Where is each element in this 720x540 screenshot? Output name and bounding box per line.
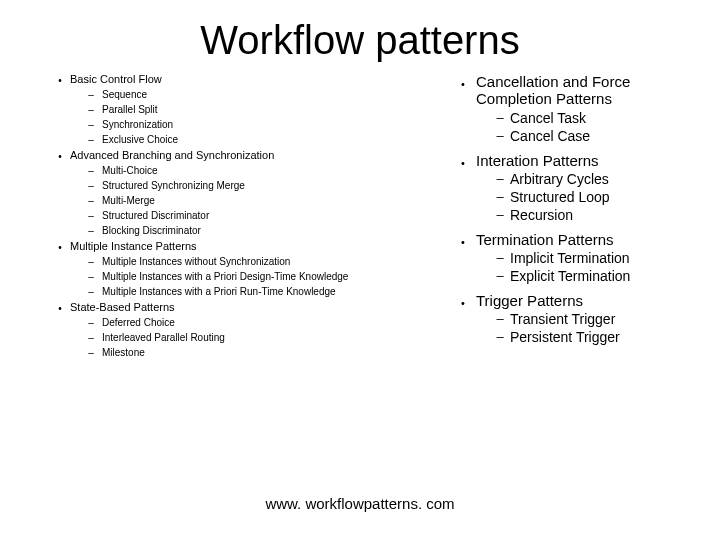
list-item: –Milestone	[50, 347, 430, 358]
dash-icon: –	[80, 134, 102, 145]
bullet-row: • Termination Patterns	[450, 231, 700, 248]
list-item: –Parallel Split	[50, 104, 430, 115]
item-label: Cancel Case	[510, 128, 590, 144]
list-item: –Multiple Instances with a Priori Run-Ti…	[50, 286, 430, 297]
dash-icon: –	[80, 165, 102, 176]
bullet-row: • Interation Patterns	[450, 152, 700, 169]
item-label: Deferred Choice	[102, 317, 175, 328]
dash-icon: –	[490, 171, 510, 186]
dash-icon: –	[80, 347, 102, 358]
item-label: Arbitrary Cycles	[510, 171, 609, 187]
item-label: Sequence	[102, 89, 147, 100]
list-item: –Cancel Case	[450, 128, 700, 144]
bullet-icon: •	[50, 73, 70, 86]
list-item: –Persistent Trigger	[450, 329, 700, 345]
list-item: –Recursion	[450, 207, 700, 223]
content-columns: • Basic Control Flow –Sequence –Parallel…	[0, 73, 720, 362]
dash-icon: –	[80, 225, 102, 236]
dash-icon: –	[80, 104, 102, 115]
item-label: Multi-Merge	[102, 195, 155, 206]
list-item: –Multi-Merge	[50, 195, 430, 206]
item-label: Recursion	[510, 207, 573, 223]
left-column: • Basic Control Flow –Sequence –Parallel…	[50, 73, 440, 362]
dash-icon: –	[490, 189, 510, 204]
item-label: Synchronization	[102, 119, 173, 130]
item-label: Explicit Termination	[510, 268, 630, 284]
section-label: Cancellation and Force Completion Patter…	[476, 73, 700, 108]
list-item: –Cancel Task	[450, 110, 700, 126]
bullet-icon: •	[450, 292, 476, 309]
list-item: –Deferred Choice	[50, 317, 430, 328]
section-label: State-Based Patterns	[70, 301, 175, 313]
dash-icon: –	[490, 110, 510, 125]
section-trigger: • Trigger Patterns –Transient Trigger –P…	[450, 292, 700, 345]
item-label: Exclusive Choice	[102, 134, 178, 145]
list-item: –Structured Synchronizing Merge	[50, 180, 430, 191]
bullet-icon: •	[50, 240, 70, 253]
section-state-based: • State-Based Patterns –Deferred Choice …	[50, 301, 430, 358]
bullet-row: • Trigger Patterns	[450, 292, 700, 309]
item-label: Multi-Choice	[102, 165, 158, 176]
list-item: –Sequence	[50, 89, 430, 100]
bullet-icon: •	[50, 301, 70, 314]
dash-icon: –	[490, 329, 510, 344]
section-cancellation: • Cancellation and Force Completion Patt…	[450, 73, 700, 144]
item-label: Transient Trigger	[510, 311, 615, 327]
dash-icon: –	[80, 180, 102, 191]
bullet-row: • Multiple Instance Patterns	[50, 240, 430, 253]
list-item: –Transient Trigger	[450, 311, 700, 327]
item-label: Multiple Instances with a Priori Run-Tim…	[102, 286, 336, 297]
dash-icon: –	[80, 210, 102, 221]
list-item: –Structured Loop	[450, 189, 700, 205]
section-basic-control-flow: • Basic Control Flow –Sequence –Parallel…	[50, 73, 430, 145]
item-label: Implicit Termination	[510, 250, 630, 266]
item-label: Multiple Instances without Synchronizati…	[102, 256, 290, 267]
footer-url: www. workflowpatterns. com	[0, 495, 720, 512]
right-column: • Cancellation and Force Completion Patt…	[440, 73, 700, 362]
list-item: –Structured Discriminator	[50, 210, 430, 221]
dash-icon: –	[80, 317, 102, 328]
dash-icon: –	[80, 271, 102, 282]
item-label: Parallel Split	[102, 104, 158, 115]
dash-icon: –	[80, 286, 102, 297]
dash-icon: –	[490, 268, 510, 283]
section-label: Multiple Instance Patterns	[70, 240, 197, 252]
bullet-row: • Advanced Branching and Synchronization	[50, 149, 430, 162]
dash-icon: –	[80, 89, 102, 100]
section-label: Advanced Branching and Synchronization	[70, 149, 274, 161]
item-label: Structured Discriminator	[102, 210, 209, 221]
list-item: –Multiple Instances without Synchronizat…	[50, 256, 430, 267]
item-label: Structured Synchronizing Merge	[102, 180, 245, 191]
slide: Workflow patterns • Basic Control Flow –…	[0, 0, 720, 540]
list-item: –Implicit Termination	[450, 250, 700, 266]
dash-icon: –	[490, 207, 510, 222]
item-label: Interleaved Parallel Routing	[102, 332, 225, 343]
item-label: Milestone	[102, 347, 145, 358]
section-label: Interation Patterns	[476, 152, 599, 169]
section-multiple-instance: • Multiple Instance Patterns –Multiple I…	[50, 240, 430, 297]
dash-icon: –	[80, 256, 102, 267]
section-termination: • Termination Patterns –Implicit Termina…	[450, 231, 700, 284]
dash-icon: –	[80, 119, 102, 130]
item-label: Blocking Discriminator	[102, 225, 201, 236]
dash-icon: –	[490, 311, 510, 326]
dash-icon: –	[80, 195, 102, 206]
bullet-icon: •	[450, 73, 476, 90]
list-item: –Blocking Discriminator	[50, 225, 430, 236]
page-title: Workflow patterns	[0, 0, 720, 73]
section-label: Trigger Patterns	[476, 292, 583, 309]
bullet-row: • Cancellation and Force Completion Patt…	[450, 73, 700, 108]
bullet-icon: •	[450, 152, 476, 169]
item-label: Structured Loop	[510, 189, 610, 205]
item-label: Multiple Instances with a Priori Design-…	[102, 271, 348, 282]
section-label: Termination Patterns	[476, 231, 614, 248]
bullet-icon: •	[450, 231, 476, 248]
section-iteration: • Interation Patterns –Arbitrary Cycles …	[450, 152, 700, 223]
bullet-row: • State-Based Patterns	[50, 301, 430, 314]
list-item: –Exclusive Choice	[50, 134, 430, 145]
list-item: –Synchronization	[50, 119, 430, 130]
list-item: –Multi-Choice	[50, 165, 430, 176]
dash-icon: –	[490, 250, 510, 265]
item-label: Persistent Trigger	[510, 329, 620, 345]
list-item: –Interleaved Parallel Routing	[50, 332, 430, 343]
